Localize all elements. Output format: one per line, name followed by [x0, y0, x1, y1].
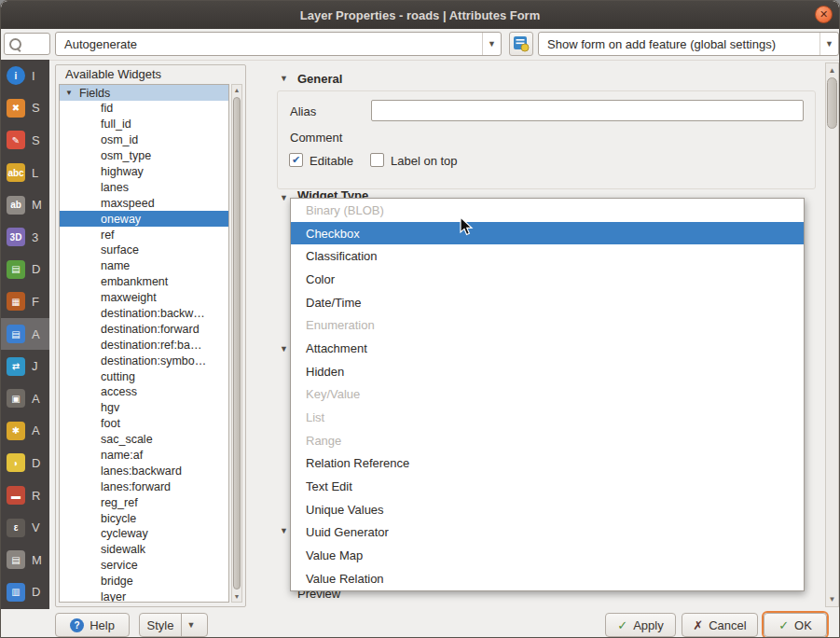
- form-settings-button[interactable]: [509, 32, 533, 56]
- field-item[interactable]: sac_scale: [60, 432, 228, 448]
- style-button[interactable]: Style ▼: [139, 613, 208, 637]
- titlebar[interactable]: Layer Properties - roads | Attributes Fo…: [1, 1, 839, 29]
- symbology-tab[interactable]: ✎ S: [1, 124, 49, 157]
- field-item-label: access: [101, 385, 137, 398]
- field-item[interactable]: surface: [60, 243, 228, 258]
- fields-tab[interactable]: ▦ F: [1, 285, 49, 318]
- field-item[interactable]: embankment: [60, 274, 228, 290]
- field-item[interactable]: destination:symbo…: [60, 353, 228, 368]
- field-item[interactable]: layer: [60, 589, 228, 603]
- source-tab[interactable]: ✖ S: [1, 92, 49, 125]
- field-item[interactable]: osm_id: [60, 132, 228, 148]
- field-item[interactable]: ref: [60, 227, 228, 243]
- collapse-arrow-icon[interactable]: ▼: [280, 74, 288, 83]
- widget-type-option[interactable]: Unique Values: [291, 498, 804, 521]
- widget-type-option[interactable]: Attachment: [291, 337, 804, 360]
- widget-type-option[interactable]: Key/Value: [291, 383, 804, 407]
- field-item[interactable]: osm_type: [60, 148, 228, 164]
- dependencies-tab[interactable]: ▥ D: [1, 576, 49, 609]
- sidebar-tab-label: L: [32, 166, 38, 180]
- field-item[interactable]: destination:backw…: [60, 306, 228, 322]
- form-layout-combobox[interactable]: Autogenerate ▼: [55, 32, 502, 56]
- field-item[interactable]: bicycle: [60, 510, 228, 526]
- cancel-button[interactable]: ✗ Cancel: [682, 613, 758, 637]
- editable-checkbox[interactable]: ✔: [289, 153, 303, 167]
- metadata-tab[interactable]: ▤ M: [1, 544, 49, 576]
- widget-type-option[interactable]: Date/Time: [291, 291, 804, 314]
- field-item[interactable]: cutting: [60, 368, 228, 384]
- display-tab[interactable]: ◗ D: [1, 447, 49, 479]
- apply-button[interactable]: ✓ Apply: [605, 613, 676, 637]
- label-on-top-checkbox[interactable]: [370, 153, 384, 167]
- alias-input[interactable]: [371, 100, 804, 121]
- field-item[interactable]: full_id: [60, 117, 228, 132]
- field-item[interactable]: reg_ref: [60, 494, 228, 510]
- fields-scrollbar[interactable]: ▲ ▼: [231, 84, 242, 603]
- sidebar-tab-label: V: [32, 520, 40, 534]
- scrollbar-thumb[interactable]: [233, 97, 241, 589]
- properties-search-input[interactable]: [4, 33, 50, 55]
- field-item[interactable]: cycleway: [60, 526, 228, 542]
- field-item[interactable]: lanes:backward: [60, 463, 228, 478]
- joins-tab[interactable]: ⇄ J: [1, 350, 49, 382]
- widget-type-option[interactable]: List: [291, 406, 804, 429]
- field-item[interactable]: maxweight: [60, 290, 228, 306]
- field-item[interactable]: name: [60, 258, 228, 274]
- widget-type-option[interactable]: Relation Reference: [291, 452, 804, 476]
- scroll-down-icon[interactable]: ▼: [232, 593, 241, 600]
- widget-type-option[interactable]: Classification: [291, 244, 804, 268]
- auxiliary-storage-tab[interactable]: ▣ A: [1, 382, 49, 415]
- field-item[interactable]: highway: [60, 164, 228, 180]
- help-button[interactable]: ? Help: [55, 613, 130, 637]
- collapse-arrow-icon[interactable]: ▼: [280, 344, 288, 354]
- field-item[interactable]: service: [60, 558, 228, 574]
- widget-type-option[interactable]: Uuid Generator: [291, 521, 804, 545]
- widget-type-option[interactable]: Text Edit: [291, 475, 804, 498]
- ok-button[interactable]: ✓ OK: [764, 613, 827, 637]
- actions-tab[interactable]: ✱ A: [1, 415, 49, 448]
- chevron-down-icon[interactable]: ▼: [181, 614, 200, 636]
- rendering-tab[interactable]: ▬ R: [1, 479, 49, 512]
- widget-type-option[interactable]: Value Map: [291, 544, 804, 567]
- diagrams-tab[interactable]: ▤ D: [1, 254, 49, 286]
- scroll-up-icon[interactable]: ▲: [826, 66, 838, 75]
- widget-type-option[interactable]: Binary (BLOB): [291, 199, 804, 222]
- field-item[interactable]: maxspeed: [60, 195, 228, 211]
- field-item[interactable]: lanes: [60, 179, 228, 195]
- tree-root-fields[interactable]: ▼ Fields: [60, 85, 228, 101]
- field-item[interactable]: lanes:forward: [60, 478, 228, 494]
- variables-tab[interactable]: ε V: [1, 511, 49, 544]
- widget-type-option[interactable]: Hidden: [291, 360, 804, 383]
- view-3d-tab[interactable]: 3D 3: [1, 221, 49, 254]
- field-item[interactable]: hgv: [60, 400, 228, 416]
- field-item[interactable]: name:af: [60, 448, 228, 464]
- apply-button-label: Apply: [633, 618, 664, 632]
- field-item[interactable]: sidewalk: [60, 542, 228, 558]
- scrollbar-thumb[interactable]: [827, 77, 837, 129]
- show-form-combobox[interactable]: Show form on add feature (global setting…: [538, 32, 839, 56]
- field-item[interactable]: destination:forward: [60, 321, 228, 337]
- scroll-up-icon[interactable]: ▲: [232, 87, 241, 93]
- widget-type-option[interactable]: Range: [291, 429, 804, 452]
- field-item[interactable]: destination:ref:ba…: [60, 337, 228, 353]
- widget-type-option[interactable]: Enumeration: [291, 313, 804, 337]
- collapse-arrow-icon[interactable]: ▼: [280, 193, 288, 202]
- field-item[interactable]: fid: [60, 101, 228, 117]
- panel-scrollbar[interactable]: ▲ ▼: [825, 62, 839, 607]
- collapse-arrow-icon[interactable]: ▼: [280, 526, 288, 535]
- widget-type-option[interactable]: Checkbox: [291, 222, 804, 245]
- widget-type-option[interactable]: Value Relation: [291, 567, 804, 590]
- labels-tab[interactable]: abc L: [1, 157, 49, 189]
- field-item[interactable]: oneway: [60, 211, 228, 227]
- expand-arrow-icon[interactable]: ▼: [65, 89, 73, 97]
- masks-tab[interactable]: ab M: [1, 188, 49, 221]
- information-tab[interactable]: i I: [1, 60, 49, 92]
- close-icon[interactable]: ✕: [815, 6, 833, 23]
- field-item[interactable]: access: [60, 384, 228, 400]
- field-item[interactable]: foot: [60, 416, 228, 432]
- scroll-down-icon[interactable]: ▼: [826, 595, 838, 603]
- widget-type-option[interactable]: Color: [291, 268, 804, 291]
- field-item[interactable]: bridge: [60, 574, 228, 589]
- sidebar-tab-icon: ✎: [7, 131, 25, 149]
- attributes-form-tab[interactable]: ▤ A: [1, 318, 49, 351]
